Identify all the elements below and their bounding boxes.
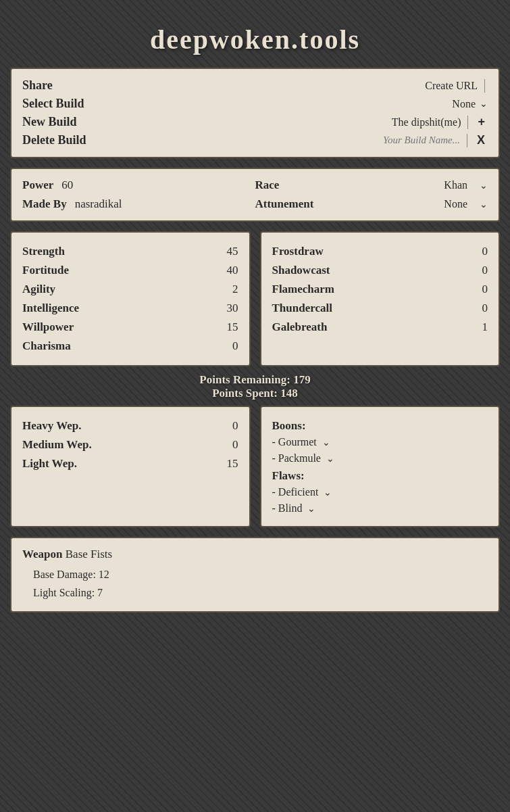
author-name: The dipshit(me) — [392, 116, 461, 128]
right-attr-row: Galebreath1 — [272, 318, 488, 337]
right-attr-row: Flamecharm0 — [272, 280, 488, 299]
attr-value: 0 — [482, 264, 488, 277]
flaw1-row: - Deficient ⌄ — [272, 484, 488, 500]
boon2-chevron[interactable]: ⌄ — [326, 453, 334, 464]
right-attr-row: Thundercall0 — [272, 299, 488, 318]
attr-value: 30 — [227, 302, 238, 315]
select-build-row: None ⌄ — [255, 97, 488, 111]
header-card: Share Create URL Select Build None ⌄ New… — [10, 68, 500, 158]
power-label: Power — [22, 178, 53, 192]
flaws-label: Flaws: — [272, 467, 488, 484]
attr-value: 2 — [232, 283, 238, 296]
light-wep-row: Light Wep. 15 — [22, 454, 238, 473]
attr-name: Fortitude — [22, 264, 69, 277]
attr-name: Intelligence — [22, 302, 79, 315]
medium-wep-value: 0 — [232, 438, 238, 452]
weapons-card: Heavy Wep. 0 Medium Wep. 0 Light Wep. 15 — [10, 406, 251, 527]
made-by-value: nasradikal — [75, 197, 122, 211]
left-attr-row: Willpower15 — [22, 318, 238, 337]
attunement-chevron[interactable]: ⌄ — [480, 199, 488, 210]
attributes-section: Strength45Fortitude40Agility2Intelligenc… — [10, 231, 500, 366]
select-build-value: None — [452, 98, 476, 110]
divider2 — [467, 116, 468, 129]
medium-wep-row: Medium Wep. 0 — [22, 435, 238, 454]
weapon-value: Base Fists — [66, 548, 112, 560]
points-remaining: Points Remaining: 179 — [10, 373, 500, 387]
power-value: 60 — [61, 178, 73, 192]
character-stats-card: Power 60 Race Khan ⌄ Made By nasradikal … — [10, 168, 500, 222]
delete-build-row: X — [255, 133, 488, 147]
attr-value: 15 — [227, 320, 238, 334]
left-attr-row: Agility2 — [22, 280, 238, 299]
medium-wep-label: Medium Wep. — [22, 438, 92, 452]
race-chevron[interactable]: ⌄ — [480, 180, 488, 191]
base-damage: Base Damage: 12 — [33, 565, 488, 583]
close-build-button[interactable]: X — [474, 133, 488, 147]
right-attributes-card: Frostdraw0Shadowcast0Flamecharm0Thunderc… — [260, 231, 501, 366]
made-by-row: Made By nasradikal — [22, 197, 255, 211]
light-wep-label: Light Wep. — [22, 457, 77, 471]
attunement-label: Attunement — [255, 197, 314, 211]
flaw2-text: - Blind — [272, 502, 303, 515]
attr-name: Strength — [22, 245, 65, 258]
attr-name: Thundercall — [272, 302, 332, 315]
add-build-button[interactable]: + — [475, 115, 488, 129]
weapon-label: Weapon — [22, 548, 63, 560]
site-title: deepwoken.tools — [10, 10, 500, 68]
attr-name: Willpower — [22, 320, 74, 334]
build-name-input[interactable] — [345, 135, 460, 146]
flaw2-chevron[interactable]: ⌄ — [307, 503, 315, 515]
boon2-text: - Packmule — [272, 452, 321, 464]
attunement-row: Attunement None ⌄ — [255, 197, 488, 211]
weapon-title-row: Weapon Base Fists — [22, 548, 488, 561]
race-label: Race — [255, 178, 280, 192]
right-attr-row: Frostdraw0 — [272, 242, 488, 261]
boons-label: Boons: — [272, 416, 488, 434]
left-attr-row: Intelligence30 — [22, 299, 238, 318]
delete-build-label: Delete Build — [22, 133, 255, 147]
boon2-row: - Packmule ⌄ — [272, 450, 488, 467]
divider3 — [467, 134, 467, 147]
boon1-chevron[interactable]: ⌄ — [322, 437, 330, 448]
select-build-label: Select Build — [22, 97, 255, 111]
new-build-label: New Build — [22, 115, 255, 129]
left-attributes-card: Strength45Fortitude40Agility2Intelligenc… — [10, 231, 251, 366]
divider — [484, 79, 485, 93]
points-spent: Points Spent: 148 — [10, 387, 500, 400]
heavy-wep-row: Heavy Wep. 0 — [22, 416, 238, 435]
made-by-label: Made By — [22, 197, 67, 211]
boons-flaws-card: Boons: - Gourmet ⌄ - Packmule ⌄ Flaws: -… — [260, 406, 501, 527]
right-attr-row: Shadowcast0 — [272, 261, 488, 280]
attr-value: 0 — [232, 339, 238, 353]
create-url-label[interactable]: Create URL — [425, 80, 478, 92]
attr-name: Flamecharm — [272, 283, 335, 296]
attr-value: 0 — [482, 245, 488, 258]
light-wep-value: 15 — [227, 457, 238, 471]
new-build-row: The dipshit(me) + — [255, 115, 488, 129]
points-section: Points Remaining: 179 Points Spent: 148 — [10, 366, 500, 406]
boon1-row: - Gourmet ⌄ — [272, 434, 488, 450]
power-row: Power 60 — [22, 178, 255, 192]
flaw1-chevron[interactable]: ⌄ — [324, 487, 332, 498]
attunement-value: None — [322, 198, 471, 210]
race-value: Khan — [287, 179, 471, 191]
attr-name: Galebreath — [272, 320, 328, 334]
left-attr-row: Strength45 — [22, 242, 238, 261]
create-url-row: Create URL — [255, 78, 488, 93]
attr-value: 40 — [227, 264, 238, 277]
left-attr-row: Fortitude40 — [22, 261, 238, 280]
select-build-chevron[interactable]: ⌄ — [480, 98, 488, 110]
attr-name: Charisma — [22, 339, 71, 353]
weapon-info-card: Weapon Base Fists Base Damage: 12 Light … — [10, 537, 500, 613]
boon1-text: - Gourmet — [272, 436, 317, 448]
attr-name: Agility — [22, 283, 55, 296]
share-label: Share — [22, 78, 255, 93]
flaw2-row: - Blind ⌄ — [272, 500, 488, 517]
attr-name: Frostdraw — [272, 245, 324, 258]
attr-value: 0 — [482, 283, 488, 296]
attr-name: Shadowcast — [272, 264, 330, 277]
attr-value: 45 — [227, 245, 238, 258]
left-attr-row: Charisma0 — [22, 337, 238, 356]
heavy-wep-value: 0 — [232, 419, 238, 433]
attr-value: 1 — [482, 320, 488, 334]
